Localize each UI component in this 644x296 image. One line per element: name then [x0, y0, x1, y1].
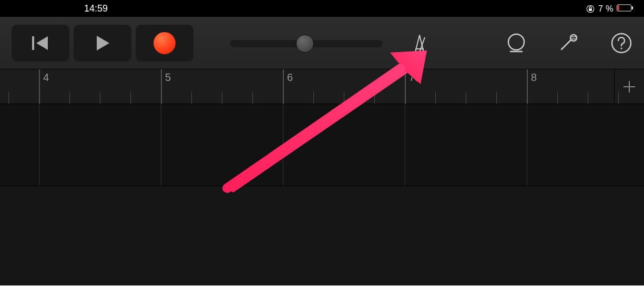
tracks-area[interactable] [0, 104, 644, 186]
ruler-tick-major [527, 69, 528, 104]
play-button[interactable] [74, 25, 131, 62]
ruler-tick-minor [496, 92, 497, 104]
svg-rect-3 [632, 6, 633, 9]
ruler-tick-minor [588, 92, 588, 104]
add-track-button[interactable] [615, 69, 644, 104]
ruler-bar-label: 5 [165, 72, 171, 84]
bar-divider [283, 104, 283, 186]
editor-area [0, 186, 644, 285]
toolbar-right [504, 17, 633, 69]
status-right: 7 % [586, 3, 633, 14]
ruler-tick-minor [374, 92, 375, 104]
ruler-tick-minor [557, 92, 558, 104]
ruler-bar-label: 8 [531, 72, 537, 84]
svg-point-14 [620, 47, 622, 49]
ruler-bar-label: 4 [43, 72, 49, 84]
toolbar [0, 17, 644, 69]
svg-rect-4 [618, 5, 619, 10]
position-slider[interactable] [230, 35, 383, 53]
metronome-button[interactable] [407, 32, 432, 56]
battery-icon [617, 3, 633, 14]
ruler-tick-minor [69, 92, 70, 104]
ruler-tick-minor [100, 92, 100, 104]
ruler-tick-minor [313, 92, 314, 104]
status-bar: 14:59 7 % [0, 0, 644, 17]
bar-divider [161, 104, 161, 186]
ruler-tick-minor [618, 92, 619, 104]
settings-button[interactable] [557, 31, 581, 55]
ruler-tick-major [161, 69, 162, 104]
battery-percent: 7 % [598, 4, 614, 14]
app-window: 14:59 7 % [0, 0, 644, 285]
ruler-tick-minor [435, 92, 436, 104]
ruler-tick-minor [8, 92, 9, 104]
bar-divider [405, 104, 405, 186]
bar-divider [527, 104, 527, 186]
record-icon [154, 32, 176, 54]
svg-rect-5 [32, 36, 34, 50]
svg-marker-7 [97, 36, 109, 50]
ruler-tick-minor [130, 92, 131, 104]
orientation-lock-icon [586, 4, 595, 14]
slider-track [230, 40, 383, 47]
ruler-tick-minor [252, 92, 253, 104]
svg-point-10 [508, 34, 524, 50]
slider-thumb[interactable] [296, 35, 314, 53]
ruler-tick-minor [222, 92, 222, 104]
svg-rect-1 [589, 8, 592, 11]
ruler-tick-minor [191, 92, 192, 104]
ruler-tick-major [405, 69, 406, 104]
record-button[interactable] [136, 25, 193, 62]
ruler-tick-minor [344, 92, 344, 104]
help-button[interactable] [609, 31, 633, 55]
ruler-tick-major [283, 69, 284, 104]
timeline-ruler[interactable]: 45678 [0, 69, 644, 104]
ruler-tick-minor [466, 92, 466, 104]
svg-point-13 [612, 34, 631, 53]
ruler-bar-label: 7 [409, 72, 415, 84]
loop-button[interactable] [504, 31, 528, 55]
rewind-button[interactable] [12, 25, 69, 62]
ruler-bar-label: 6 [287, 72, 293, 84]
transport-controls [12, 25, 193, 62]
status-time: 14:59 [84, 3, 108, 14]
bar-divider [39, 104, 39, 186]
ruler-tick-major [39, 69, 40, 104]
svg-marker-6 [36, 36, 48, 50]
